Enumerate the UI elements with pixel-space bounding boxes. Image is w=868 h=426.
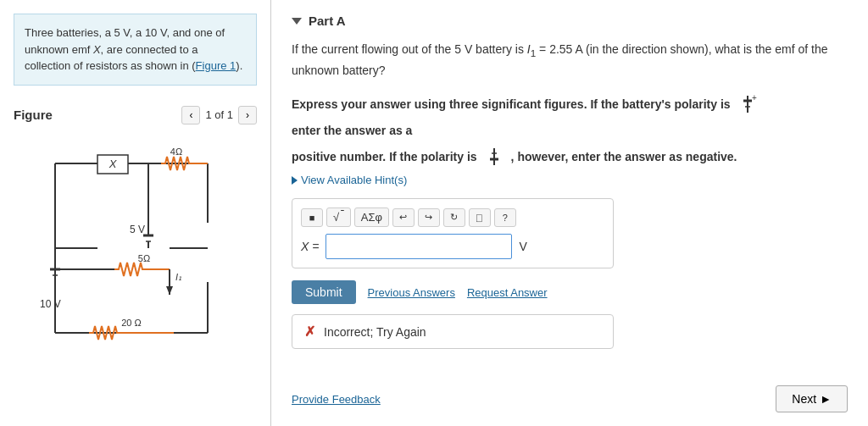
undo-icon[interactable]: ↩ (392, 208, 415, 227)
express-text-2: enter the answer as a (292, 121, 412, 140)
unit-label: V (519, 240, 526, 253)
prev-figure-btn[interactable]: ‹ (181, 106, 200, 124)
keyboard-icon[interactable]: ⎕ (469, 208, 491, 227)
toolbar: ■ √ ΑΣφ ↩ ↪ ↻ ⎕ ? (301, 207, 604, 227)
express-text-1: Express your answer using three signific… (292, 95, 731, 113)
svg-text:+: + (752, 93, 757, 102)
battery-symbol-minus (482, 145, 506, 169)
express-line-2: positive number. If the polarity is , ho… (292, 145, 848, 169)
hint-arrow-icon (292, 176, 298, 185)
hint-section[interactable]: View Available Hint(s) (292, 174, 848, 186)
refresh-icon[interactable]: ↻ (443, 208, 465, 227)
figure-header: Figure ‹ 1 of 1 › (14, 106, 257, 124)
svg-text:5Ω: 5Ω (137, 253, 149, 263)
svg-text:X: X (108, 158, 117, 170)
action-row: Submit Previous Answers Request Answer (292, 280, 848, 304)
right-panel: Part A If the current flowing out of the… (271, 0, 868, 426)
result-box: ✗ Incorrect; Try Again (292, 314, 614, 349)
express-text-3: positive number. If the polarity is (292, 147, 477, 166)
part-label: Part A (309, 14, 346, 28)
figure-title: Figure (14, 108, 53, 122)
block-icon[interactable]: ■ (301, 208, 323, 227)
description-text: Three batteries, a 5 V, a 10 V, and one … (25, 26, 242, 72)
next-button[interactable]: Next ► (776, 385, 848, 412)
figure-link[interactable]: Figure 1 (196, 59, 236, 72)
next-figure-btn[interactable]: › (238, 106, 257, 124)
next-arrow-icon: ► (820, 392, 832, 406)
redo-icon[interactable]: ↪ (418, 208, 440, 227)
hint-label[interactable]: View Available Hint(s) (301, 174, 407, 186)
incorrect-icon: ✗ (304, 324, 315, 340)
question-text: If the current flowing out of the 5 V ba… (292, 40, 848, 80)
feedback-link[interactable]: Provide Feedback (292, 393, 381, 406)
svg-text:I₁: I₁ (175, 272, 181, 282)
input-row: X = V (301, 234, 604, 259)
collapse-icon[interactable] (292, 18, 302, 25)
input-label: X = (301, 240, 319, 253)
input-box: ■ √ ΑΣφ ↩ ↪ ↻ ⎕ ? X = V (292, 198, 614, 268)
sqrt-icon[interactable]: √ (326, 207, 351, 227)
express-text-4: , however, enter the answer as negative. (511, 147, 737, 166)
svg-text:5 V: 5 V (130, 224, 145, 235)
svg-marker-29 (166, 286, 173, 295)
figure-nav: ‹ 1 of 1 › (181, 106, 257, 124)
figure-counter: 1 of 1 (205, 108, 233, 121)
svg-text:4Ω: 4Ω (170, 147, 181, 157)
circuit-diagram: X 4Ω 10 V 5 V (21, 138, 250, 358)
previous-answers-button[interactable]: Previous Answers (368, 286, 455, 299)
result-text: Incorrect; Try Again (324, 325, 426, 339)
alpha-sigma-icon[interactable]: ΑΣφ (354, 207, 389, 227)
svg-text:20 Ω: 20 Ω (121, 318, 142, 328)
left-panel: Three batteries, a 5 V, a 10 V, and one … (0, 0, 271, 426)
help-icon[interactable]: ? (494, 208, 516, 227)
problem-description: Three batteries, a 5 V, a 10 V, and one … (14, 14, 257, 86)
next-label: Next (792, 392, 816, 406)
part-header: Part A (292, 14, 848, 28)
request-answer-button[interactable]: Request Answer (467, 286, 548, 299)
svg-text:10 V: 10 V (40, 298, 61, 310)
answer-input[interactable] (326, 234, 512, 259)
battery-symbol-plus: + (736, 92, 760, 116)
express-line-1: Express your answer using three signific… (292, 92, 848, 140)
submit-button[interactable]: Submit (292, 280, 356, 304)
feedback-section: Provide Feedback Next ► (292, 372, 848, 412)
